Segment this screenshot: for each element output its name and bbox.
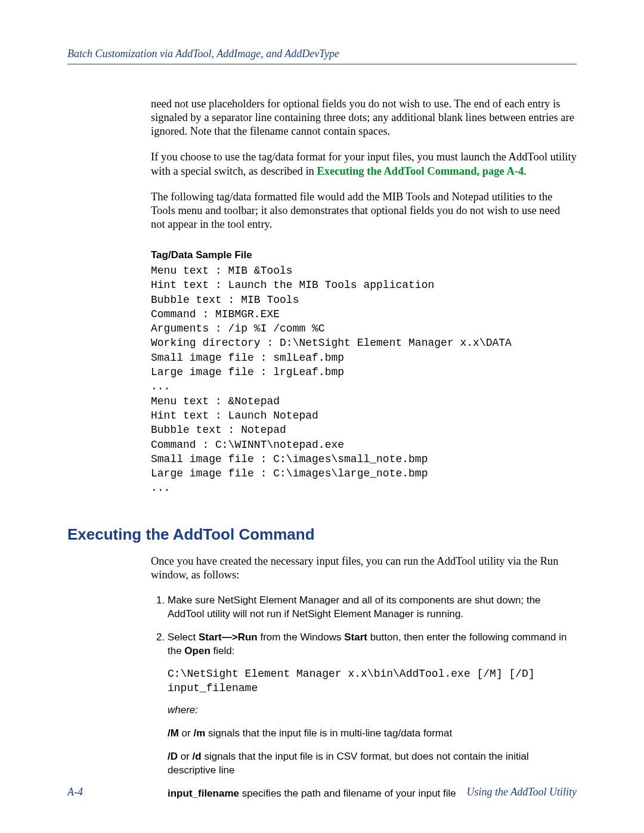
bold-run: Open [184, 645, 210, 657]
sample-code-block: Menu text : MIB &Tools Hint text : Launc… [151, 264, 577, 496]
text-run: signals that the input file is in CSV fo… [168, 751, 529, 776]
text-run: Select [168, 631, 199, 643]
step-item: Select Start—>Run from the Windows Start… [168, 631, 577, 801]
bold-run: /m [193, 727, 205, 739]
bold-run: /M [168, 727, 179, 739]
bold-run: Start [344, 631, 367, 643]
cross-reference-link[interactable]: Executing the AddTool Command, page A-4 [317, 165, 524, 177]
text-run: or [179, 727, 194, 739]
switch-description: /D or /d signals that the input file is … [168, 750, 577, 778]
step-text: Make sure NetSight Element Manager and a… [168, 594, 541, 620]
body-block: need not use placeholders for optional f… [151, 97, 577, 496]
section-heading: Executing the AddTool Command [67, 525, 577, 544]
page-number: A-4 [67, 786, 83, 798]
section-body: Once you have created the necessary inpu… [151, 555, 577, 801]
bold-run: /D [168, 751, 178, 762]
text-run: . [524, 165, 527, 177]
paragraph: Once you have created the necessary inpu… [151, 555, 577, 582]
paragraph: The following tag/data formatted file wo… [151, 190, 577, 231]
bold-run: Start—>Run [199, 631, 258, 643]
steps-list: Make sure NetSight Element Manager and a… [151, 594, 577, 801]
paragraph: need not use placeholders for optional f… [151, 97, 577, 138]
text-run: or [178, 751, 193, 762]
paragraph: If you choose to use the tag/data format… [151, 150, 577, 178]
page-footer: A-4 Using the AddTool Utility [67, 786, 577, 798]
switch-description: /M or /m signals that the input file is … [168, 727, 577, 741]
bold-run: /d [193, 751, 202, 762]
text-run: from the Windows [258, 631, 345, 643]
sample-file-heading: Tag/Data Sample File [151, 249, 577, 261]
where-label: where: [168, 704, 577, 717]
command-block: C:\NetSight Element Manager x.x\bin\AddT… [168, 667, 577, 696]
running-header: Batch Customization via AddTool, AddImag… [67, 48, 577, 64]
step-item: Make sure NetSight Element Manager and a… [168, 594, 577, 621]
document-title: Using the AddTool Utility [466, 786, 577, 798]
page: Batch Customization via AddTool, AddImag… [0, 0, 644, 833]
text-run: signals that the input file is in multi-… [205, 727, 452, 739]
step-text: Select Start—>Run from the Windows Start… [168, 631, 566, 657]
text-run: field: [210, 645, 235, 657]
